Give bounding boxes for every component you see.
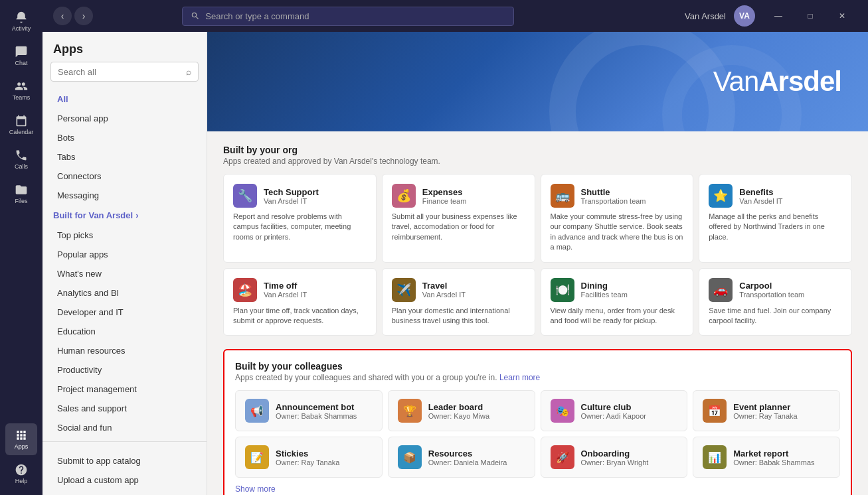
nav-calls-label: Calls [15,163,28,170]
window-controls: — □ ✕ [763,5,857,27]
sidebar-submit-catalog[interactable]: Submit to app catalog [46,451,203,470]
colleague-card-leader-board[interactable]: 🏆 Leader board Owner: Kayo Miwa [388,390,535,431]
app-card-time-off[interactable]: 🏖️ Time off Van Arsdel IT Plan your time… [223,268,377,336]
sidebar-item-popular-apps[interactable]: Popular apps [46,245,203,264]
sidebar-item-personal-app[interactable]: Personal app [46,109,203,128]
colleague-card-announcement-bot[interactable]: 📢 Announcement bot Owner: Babak Shammas [235,390,383,431]
sidebar-item-analytics-bi[interactable]: Analytics and BI [46,283,203,303]
colleague-card-stickies[interactable]: 📝 Stickies Owner: Ray Tanaka [235,437,383,478]
benefits-name: Benefits [739,187,782,197]
onboarding-icon: 🚀 [551,445,574,469]
nav-chat-label: Chat [15,60,27,66]
app-card-travel[interactable]: ✈️ Travel Van Arsdel IT Plan your domest… [382,268,535,336]
minimize-button[interactable]: — [763,5,794,27]
app-card-tech-support[interactable]: 🔧 Tech Support Van Arsdel IT Report and … [223,174,377,263]
colleague-card-culture-club[interactable]: 🎭 Culture club Owner: Aadi Kapoor [541,390,688,431]
sidebar-item-social-fun[interactable]: Social and fun [46,418,203,437]
market-report-owner: Owner: Babak Shammas [733,459,814,466]
carpool-team: Transportation team [739,291,804,299]
resources-icon: 📦 [398,445,422,469]
onboarding-owner: Owner: Bryan Wright [581,459,649,466]
search-bar[interactable] [182,7,514,26]
bell-icon [15,11,28,24]
sidebar-item-developer-it[interactable]: Developer and IT [46,303,203,322]
user-name: Van Arsdel [685,11,726,21]
chat-icon [15,45,28,58]
chevron-right-icon: › [135,210,138,220]
sidebar-item-education[interactable]: Education [46,322,203,341]
show-more-link[interactable]: Show more [235,484,276,494]
benefits-icon: ⭐ [709,184,733,208]
event-planner-name: Event planner [733,402,797,412]
colleague-card-onboarding[interactable]: 🚀 Onboarding Owner: Bryan Wright [541,437,688,478]
announcement-bot-owner: Owner: Babak Shammas [276,412,357,420]
topbar-navigation: ‹ › [53,7,93,25]
nav-item-teams[interactable]: Teams [5,74,37,106]
sidebar-item-project-management[interactable]: Project management [46,380,203,399]
sidebar-item-connectors[interactable]: Connectors [46,167,203,186]
nav-item-calendar[interactable]: Calendar [5,109,37,141]
sidebar-item-top-picks[interactable]: Top picks [46,226,203,245]
app-card-shuttle[interactable]: 🚌 Shuttle Transportation team Make your … [541,174,694,263]
expenses-icon: 💰 [392,184,416,208]
app-card-dining[interactable]: 🍽️ Dining Facilities team View daily men… [541,268,694,336]
stickies-name: Stickies [276,449,339,459]
app-card-expenses[interactable]: 💰 Expenses Finance team Submit all your … [382,174,535,263]
sidebar-upload-custom[interactable]: Upload a custom app [46,470,203,490]
announcement-bot-icon: 📢 [245,399,269,423]
sidebar-search[interactable]: ⌕ [50,62,199,82]
back-button[interactable]: ‹ [53,7,72,25]
app-card-carpool[interactable]: 🚗 Carpool Transportation team Save time … [699,268,852,336]
app-card-benefits[interactable]: ⭐ Benefits Van Arsdel IT Manage all the … [699,174,852,263]
sidebar-item-bots[interactable]: Bots [46,128,203,147]
colleague-card-resources[interactable]: 📦 Resources Owner: Daniela Madeira [388,437,535,478]
carpool-icon: 🚗 [709,278,733,302]
carpool-desc: Save time and fuel. Join our company car… [709,306,842,326]
sidebar-item-human-resources[interactable]: Human resources [46,341,203,360]
stickies-owner: Owner: Ray Tanaka [276,459,339,466]
expenses-team: Finance team [422,197,467,205]
stickies-icon: 📝 [245,445,269,469]
nav-item-chat[interactable]: Chat [5,40,37,72]
onboarding-name: Onboarding [581,449,649,459]
colleague-card-market-report[interactable]: 📊 Market report Owner: Babak Shammas [693,437,840,478]
travel-desc: Plan your domestic and international bus… [392,306,525,326]
sidebar-search-icon: ⌕ [186,66,191,77]
sidebar-divider [43,441,207,442]
nav-item-activity[interactable]: Activity [5,5,37,37]
tech-support-desc: Report and resolve problems with campus … [233,212,367,242]
tech-support-icon: 🔧 [233,184,257,208]
resources-name: Resources [428,449,507,459]
avatar[interactable]: VA [734,5,755,27]
close-button[interactable]: ✕ [827,5,857,27]
time-off-name: Time off [264,281,307,291]
search-input[interactable] [205,11,505,21]
market-report-name: Market report [733,449,814,459]
learn-more-link[interactable]: Learn more [499,373,540,382]
sidebar-item-all[interactable]: All [46,90,203,109]
sidebar-item-productivity[interactable]: Productivity [46,360,203,380]
search-icon [191,11,200,21]
dining-desc: View daily menu, order from your desk an… [551,306,684,326]
topbar-search-container [182,7,514,26]
sidebar-item-whats-new[interactable]: What's new [46,264,203,283]
sidebar-item-tabs[interactable]: Tabs [46,147,203,167]
nav-item-calls[interactable]: Calls [5,143,37,175]
nav-item-apps[interactable]: Apps [5,423,37,455]
maximize-button[interactable]: □ [795,5,825,27]
tech-support-name: Tech Support [264,187,319,197]
sidebar-item-messaging[interactable]: Messaging [46,186,203,205]
nav-item-help[interactable]: Help [5,458,37,490]
built-by-org-section: Built by your org Apps created and appro… [223,145,852,336]
sidebar-item-sales-support[interactable]: Sales and support [46,399,203,418]
sidebar-bottom: Submit to app catalog Upload a custom ap… [43,451,207,495]
banner: VanArsdel [207,32,868,131]
calendar-icon [15,114,28,127]
sidebar-built-for[interactable]: Built for Van Arsdel › [43,205,207,226]
nav-item-files[interactable]: Files [5,178,37,210]
colleague-card-event-planner[interactable]: 📅 Event planner Owner: Ray Tanaka [693,390,840,431]
nav-teams-label: Teams [13,94,31,101]
forward-button[interactable]: › [74,7,93,25]
travel-name: Travel [422,281,466,291]
sidebar-search-input[interactable] [58,67,182,77]
